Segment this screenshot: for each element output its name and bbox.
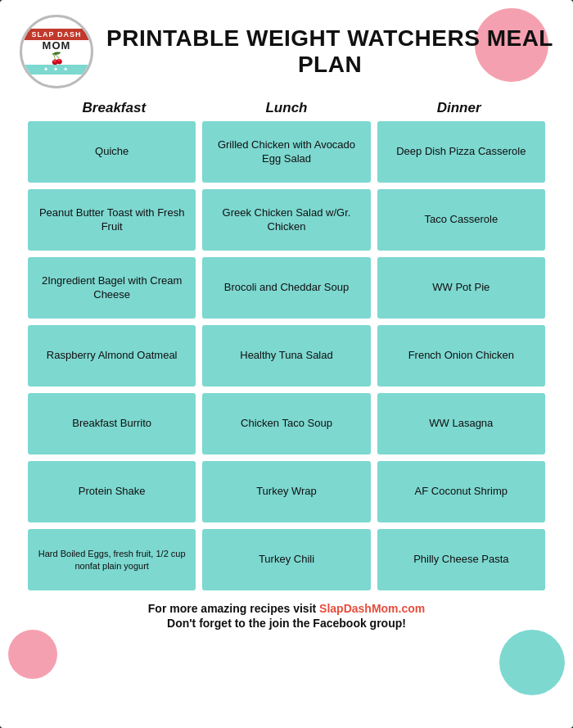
meal-cell-r6-dinner: AF Coconut Shrimp: [377, 461, 545, 522]
meal-cell-r6-breakfast: Protein Shake: [28, 461, 196, 522]
footer-text-prefix: For more amazing recipes visit: [148, 602, 319, 615]
column-headers: Breakfast Lunch Dinner: [28, 100, 545, 118]
footer-line1: For more amazing recipes visit SlapDashM…: [20, 602, 553, 615]
meal-cell-r2-lunch: Greek Chicken Salad w/Gr. Chicken: [202, 189, 370, 251]
meal-cell-r7-lunch: Turkey Chili: [202, 529, 370, 590]
meal-cell-r1-lunch: Grilled Chicken with Avocado Egg Salad: [202, 121, 370, 183]
meal-cell-r7-breakfast: Hard Boiled Eggs, fresh fruit, 1/2 cup n…: [28, 529, 196, 590]
meal-cell-r1-dinner: Deep Dish Pizza Casserole: [377, 121, 545, 183]
logo-banner-bottom: ✦ ✦ ✦: [22, 65, 91, 75]
header: SLAP DASH MOM 🍒 ✦ ✦ ✦ PRINTABLE WEIGHT W…: [20, 15, 553, 88]
meal-cell-r4-lunch: Healthy Tuna Salad: [202, 325, 370, 387]
col-header-breakfast: Breakfast: [28, 100, 201, 118]
meal-cell-r5-dinner: WW Lasagna: [377, 393, 545, 454]
logo-outer: SLAP DASH MOM 🍒 ✦ ✦ ✦: [20, 15, 93, 88]
footer: For more amazing recipes visit SlapDashM…: [20, 602, 553, 630]
footer-line2: Don't forget to the join the Facebook gr…: [20, 617, 553, 630]
meal-cell-r1-breakfast: Quiche: [28, 121, 196, 183]
decorative-circle-teal-bottom: [499, 630, 565, 695]
page-title: PRINTABLE WEIGHT WATCHERS MEAL PLAN: [106, 25, 553, 78]
col-header-lunch: Lunch: [201, 100, 373, 118]
meal-cell-r5-lunch: Chicken Taco Soup: [202, 393, 370, 454]
meal-cell-r3-dinner: WW Pot Pie: [377, 257, 545, 319]
meal-cell-r3-lunch: Brocoli and Cheddar Soup: [202, 257, 370, 319]
meal-grid: Quiche Grilled Chicken with Avocado Egg …: [28, 121, 545, 590]
meal-cell-r2-dinner: Taco Casserole: [377, 189, 545, 251]
meal-table: Breakfast Lunch Dinner Quiche Grilled Ch…: [20, 100, 553, 590]
meal-cell-r4-dinner: French Onion Chicken: [377, 325, 545, 387]
meal-cell-r4-breakfast: Raspberry Almond Oatmeal: [28, 325, 196, 387]
meal-cell-r3-breakfast: 2Ingredient Bagel with Cream Cheese: [28, 257, 196, 319]
page: SLAP DASH MOM 🍒 ✦ ✦ ✦ PRINTABLE WEIGHT W…: [0, 0, 573, 728]
footer-link[interactable]: SlapDashMom.com: [319, 602, 425, 615]
logo-banner: SLAP DASH: [22, 29, 91, 40]
col-header-dinner: Dinner: [372, 100, 545, 118]
logo: SLAP DASH MOM 🍒 ✦ ✦ ✦: [20, 15, 93, 88]
logo-text: MOM: [43, 40, 71, 52]
meal-cell-r7-dinner: Philly Cheese Pasta: [377, 529, 545, 590]
logo-cherries: 🍒: [50, 52, 64, 65]
meal-cell-r2-breakfast: Peanut Butter Toast with Fresh Fruit: [28, 189, 196, 251]
meal-cell-r5-breakfast: Breakfast Burrito: [28, 393, 196, 454]
meal-cell-r6-lunch: Turkey Wrap: [202, 461, 370, 522]
decorative-circle-pink-bottom: [8, 630, 57, 679]
